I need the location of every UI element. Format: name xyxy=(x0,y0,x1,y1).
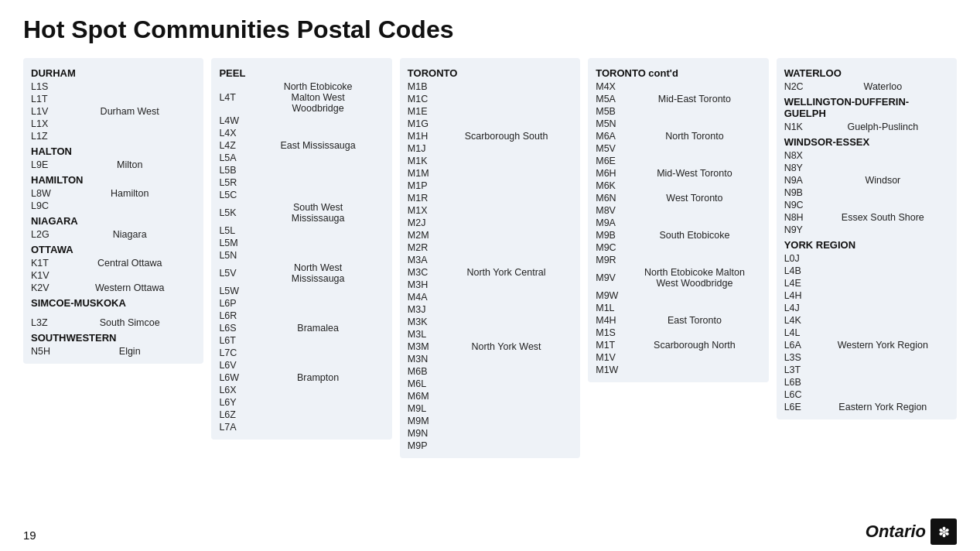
list-item: M9P xyxy=(400,440,580,452)
list-item: M3A xyxy=(400,254,580,266)
list-item: M9C xyxy=(588,241,768,254)
list-item: L6T xyxy=(211,334,391,347)
list-item: M6HMid-West Toronto xyxy=(588,167,768,180)
list-item: N9AWindsor xyxy=(777,174,957,187)
list-item: L6P xyxy=(211,297,391,310)
list-item: N9Y xyxy=(777,224,957,236)
list-item: L3T xyxy=(777,364,957,376)
list-item: M1HScarborough South xyxy=(400,130,580,142)
list-item: M6ANorth Toronto xyxy=(588,130,768,142)
list-item: M3MNorth York West xyxy=(400,341,580,353)
list-item: L4J xyxy=(777,302,957,314)
section-header-niagara: NIAGARA xyxy=(23,212,203,228)
list-item: L1X xyxy=(23,118,203,130)
list-item: L9C xyxy=(23,200,203,212)
list-item: N8Y xyxy=(777,162,957,174)
list-item: L6B xyxy=(777,376,957,388)
section-header-halton: HALTON xyxy=(23,142,203,159)
list-item: M5B xyxy=(588,105,768,118)
list-item: M3N xyxy=(400,353,580,365)
list-item: L4E xyxy=(777,277,957,289)
list-item: M5V xyxy=(588,142,768,155)
list-item: L4X xyxy=(211,127,391,139)
list-item: L3ZSouth Simcoe xyxy=(23,317,203,329)
section-header-durham: DURHAM xyxy=(23,64,203,80)
list-item: M9A xyxy=(588,217,768,229)
section-header-southwestern: SOUTHWESTERN xyxy=(23,329,203,345)
section-header-waterloo: WATERLOO xyxy=(777,64,957,80)
list-item: L5KSouth WestMississauga xyxy=(211,201,391,224)
list-item: M4HEast Toronto xyxy=(588,314,768,327)
list-item: M9N xyxy=(400,427,580,440)
ontario-wordmark: Ontario xyxy=(866,522,926,542)
list-item: M6K xyxy=(588,180,768,192)
list-item: M1S xyxy=(588,327,768,339)
list-item: L5W xyxy=(211,285,391,297)
list-item: N2CWaterloo xyxy=(777,80,957,93)
list-item: K1V xyxy=(23,269,203,282)
list-item: M4X xyxy=(588,80,768,93)
list-item: L6EEastern York Region xyxy=(777,401,957,413)
list-item: L5A xyxy=(211,152,391,164)
list-item: L0J xyxy=(777,252,957,265)
list-item: N1KGuelph-Puslinch xyxy=(777,121,957,133)
list-item: M1M xyxy=(400,167,580,180)
list-item: N5HElgin xyxy=(23,345,203,358)
list-item: M5N xyxy=(588,118,768,130)
section-header-hamilton: HAMILTON xyxy=(23,171,203,187)
list-item: L5N xyxy=(211,249,391,262)
list-item: M6NWest Toronto xyxy=(588,192,768,204)
list-item: M1P xyxy=(400,180,580,192)
list-item: M9R xyxy=(588,254,768,266)
list-item: M6M xyxy=(400,390,580,402)
column-4: TORONTO cont'd M4X M5AMid-East Toronto M… xyxy=(588,58,768,382)
list-item: N9C xyxy=(777,199,957,211)
list-item: M3K xyxy=(400,316,580,328)
list-item: M1V xyxy=(588,351,768,364)
list-item: L1VDurham West xyxy=(23,105,203,118)
list-item: M2J xyxy=(400,217,580,229)
section-header-simcoe: SIMCOE-MUSKOKA xyxy=(23,294,203,310)
main-content: DURHAM L1S L1T L1VDurham West L1X L1Z HA… xyxy=(23,58,957,458)
list-item: M1TScarborough North xyxy=(588,339,768,351)
list-item: L5C xyxy=(211,189,391,201)
list-item: M1K xyxy=(400,155,580,167)
section-header-toronto: TORONTO xyxy=(400,64,580,80)
list-item: L6Y xyxy=(211,396,391,409)
section-header-windsor: WINDSOR-ESSEX xyxy=(777,133,957,149)
list-item: L6AWestern York Region xyxy=(777,339,957,351)
list-item: M3H xyxy=(400,279,580,291)
list-item: L3S xyxy=(777,351,957,364)
list-item: L1Z xyxy=(23,130,203,142)
list-item: N8X xyxy=(777,149,957,162)
list-item: M3J xyxy=(400,303,580,316)
list-item: N9B xyxy=(777,187,957,199)
svg-text:✽: ✽ xyxy=(938,525,950,540)
list-item: L5M xyxy=(211,237,391,249)
section-header-peel: PEEL xyxy=(211,64,391,80)
ontario-logo: Ontario ✽ xyxy=(866,518,957,545)
list-item: L6R xyxy=(211,310,391,322)
list-item: L9EMilton xyxy=(23,159,203,171)
list-item: L6Z xyxy=(211,409,391,421)
list-item: L4H xyxy=(777,289,957,302)
list-item: M1B xyxy=(400,80,580,93)
list-item: L1S xyxy=(23,80,203,93)
list-item: M1R xyxy=(400,192,580,204)
list-item: L7A xyxy=(211,421,391,433)
list-item: M2M xyxy=(400,229,580,241)
list-item: L6C xyxy=(777,388,957,401)
list-item: L6V xyxy=(211,359,391,371)
page-number: 19 xyxy=(23,529,36,542)
list-item: M6B xyxy=(400,365,580,378)
list-item: M9W xyxy=(588,289,768,302)
list-item: N8HEssex South Shore xyxy=(777,211,957,224)
section-header-wellington: WELLINGTON-DUFFERIN-GUELPH xyxy=(777,93,957,121)
list-item: L5B xyxy=(211,164,391,176)
list-item: L4L xyxy=(777,327,957,339)
list-item: M1J xyxy=(400,142,580,155)
column-3: TORONTO M1B M1C M1E M1G M1HScarborough S… xyxy=(400,58,580,458)
column-1: DURHAM L1S L1T L1VDurham West L1X L1Z HA… xyxy=(23,58,203,364)
ontario-trillium-icon: ✽ xyxy=(930,518,957,545)
page-title: Hot Spot Communities Postal Codes xyxy=(23,15,957,44)
